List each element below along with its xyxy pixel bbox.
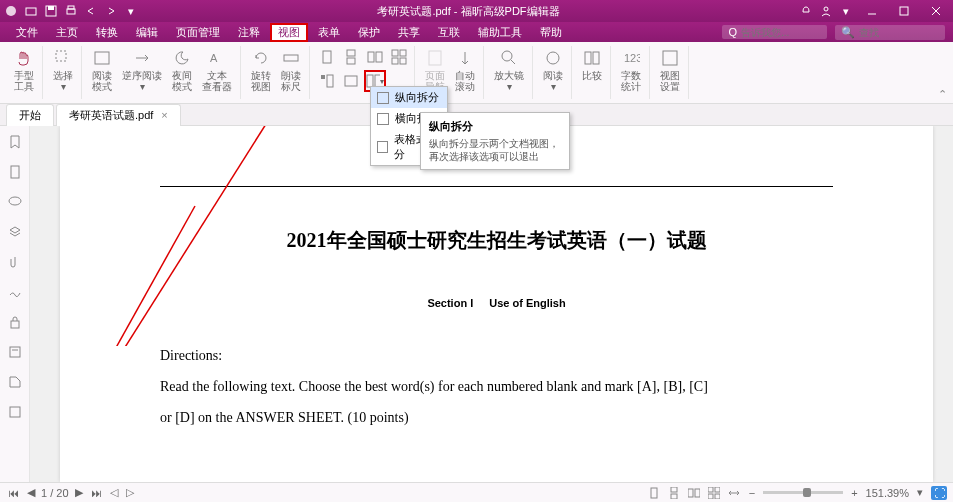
signatures-icon[interactable] (7, 284, 23, 300)
qat-dropdown-icon[interactable]: ▾ (124, 4, 138, 18)
menu-protect[interactable]: 保护 (350, 23, 388, 42)
collapse-ribbon-icon[interactable]: ⌃ (938, 88, 947, 101)
ribbon-rotate[interactable]: 旋转视图 (247, 46, 275, 94)
history-back-button[interactable]: ◁ (108, 486, 120, 499)
svg-rect-53 (715, 494, 720, 499)
ribbon-ruler[interactable]: 朗读标尺 (277, 46, 305, 94)
zoom-out-button[interactable]: − (747, 487, 757, 499)
zoom-value[interactable]: 151.39% (866, 487, 909, 499)
ribbon-wordcount[interactable]: 123字数统计 (617, 46, 645, 94)
find-search[interactable]: 🔍 (835, 25, 945, 40)
zoom-slider[interactable] (763, 491, 843, 494)
svg-rect-33 (585, 52, 591, 64)
menu-connect[interactable]: 互联 (430, 23, 468, 42)
doc-para2: or [D] on the ANSWER SHEET. (10 points) (160, 403, 833, 434)
menu-convert[interactable]: 转换 (88, 23, 126, 42)
split-vertical-item[interactable]: 纵向拆分 (371, 87, 447, 108)
titlebar: ▾ 考研英试题.pdf - 福昕高级PDF编辑器 ▾ (0, 0, 953, 22)
page-viewport[interactable]: 2021年全国硕士研究生招生考试英语（一）试题 Section IUse of … (30, 126, 953, 482)
minimize-button[interactable] (859, 2, 885, 20)
menu-comment[interactable]: 注释 (230, 23, 268, 42)
last-page-button[interactable]: ⏭ (89, 487, 104, 499)
user-icon[interactable] (819, 4, 833, 18)
tab-start[interactable]: 开始 (6, 104, 54, 126)
menu-home[interactable]: 主页 (48, 23, 86, 42)
tell-me-search[interactable]: Q (722, 25, 827, 39)
svg-rect-49 (695, 489, 700, 497)
close-button[interactable] (923, 2, 949, 20)
ribbon-autoscroll[interactable]: 自动滚动 (451, 46, 479, 94)
fullscreen-icon[interactable]: ⛶ (931, 486, 947, 500)
fit-width-icon[interactable] (727, 486, 741, 500)
menu-tools[interactable]: 辅助工具 (470, 23, 530, 42)
ribbon-compare[interactable]: 比较 (578, 46, 606, 83)
ribbon-magnifier[interactable]: 放大镜▾ (490, 46, 528, 94)
menu-view[interactable]: 视图 (270, 23, 308, 42)
first-page-button[interactable]: ⏮ (6, 487, 21, 499)
prev-page-button[interactable]: ◀ (25, 486, 37, 499)
svg-rect-3 (48, 6, 54, 10)
menu-form[interactable]: 表单 (310, 23, 348, 42)
svg-rect-20 (392, 50, 398, 56)
layers-icon[interactable] (7, 224, 23, 240)
security-icon[interactable] (7, 314, 23, 330)
bookmark-icon[interactable] (7, 134, 23, 150)
svg-rect-4 (67, 9, 75, 14)
ribbon-read-mode[interactable]: 阅读模式 (88, 46, 116, 94)
menu-page[interactable]: 页面管理 (168, 23, 228, 42)
ribbon-text-viewer[interactable]: A文本查看器 (198, 46, 236, 94)
svg-rect-1 (26, 8, 36, 15)
close-tab-icon[interactable]: × (161, 109, 167, 121)
svg-rect-5 (68, 6, 74, 9)
ribbon-night-mode[interactable]: 夜间模式 (168, 46, 196, 94)
page-indicator[interactable]: 1 / 20 (41, 487, 69, 499)
tags-icon[interactable] (7, 374, 23, 390)
bell-icon[interactable] (799, 4, 813, 18)
zoom-drop-button[interactable]: ▾ (915, 486, 925, 499)
ribbon-facing[interactable] (364, 46, 386, 68)
tab-document[interactable]: 考研英语试题.pdf× (56, 104, 181, 126)
ribbon-view-settings[interactable]: 视图设置 (656, 46, 684, 94)
drop-icon[interactable]: ▾ (839, 4, 853, 18)
print-icon[interactable] (64, 4, 78, 18)
menu-help[interactable]: 帮助 (532, 23, 570, 42)
redo-icon[interactable] (104, 4, 118, 18)
maximize-button[interactable] (891, 2, 917, 20)
window-title: 考研英试题.pdf - 福昕高级PDF编辑器 (138, 4, 799, 19)
view-facing2-icon[interactable] (707, 486, 721, 500)
zoom-in-button[interactable]: + (849, 487, 859, 499)
next-page-button[interactable]: ▶ (73, 486, 85, 499)
svg-rect-45 (651, 488, 657, 498)
history-fwd-button[interactable]: ▷ (124, 486, 136, 499)
menu-edit[interactable]: 编辑 (128, 23, 166, 42)
ribbon-select[interactable]: 选择▾ (49, 46, 77, 94)
comments-icon[interactable] (7, 194, 23, 210)
tooltip: 纵向拆分 纵向拆分显示两个文档视图，再次选择该选项可以退出 (420, 112, 570, 170)
menu-share[interactable]: 共享 (390, 23, 428, 42)
svg-point-30 (502, 51, 512, 61)
save-icon[interactable] (44, 4, 58, 18)
ribbon-cover[interactable] (340, 70, 362, 92)
svg-rect-8 (900, 7, 908, 15)
attachments-icon[interactable] (7, 254, 23, 270)
view-facing-icon[interactable] (687, 486, 701, 500)
svg-line-31 (511, 60, 515, 64)
tell-me-input[interactable] (741, 27, 821, 38)
form-icon[interactable] (7, 344, 23, 360)
ribbon-reverse-read[interactable]: 逆序阅读▾ (118, 46, 166, 94)
articles-icon[interactable] (7, 404, 23, 420)
view-cont-icon[interactable] (667, 486, 681, 500)
doc-section: Section IUse of English (160, 294, 833, 311)
undo-icon[interactable] (84, 4, 98, 18)
pages-icon[interactable] (7, 164, 23, 180)
ribbon-facing-cont[interactable] (388, 46, 410, 68)
ribbon-thumb[interactable] (316, 70, 338, 92)
ribbon-read[interactable]: 阅读▾ (539, 46, 567, 94)
find-input[interactable] (859, 27, 939, 38)
ribbon-single-page[interactable] (316, 46, 338, 68)
view-single-icon[interactable] (647, 486, 661, 500)
ribbon-hand-tool[interactable]: 手型工具 (10, 46, 38, 94)
menu-file[interactable]: 文件 (8, 23, 46, 42)
ribbon-continuous[interactable] (340, 46, 362, 68)
open-icon[interactable] (24, 4, 38, 18)
